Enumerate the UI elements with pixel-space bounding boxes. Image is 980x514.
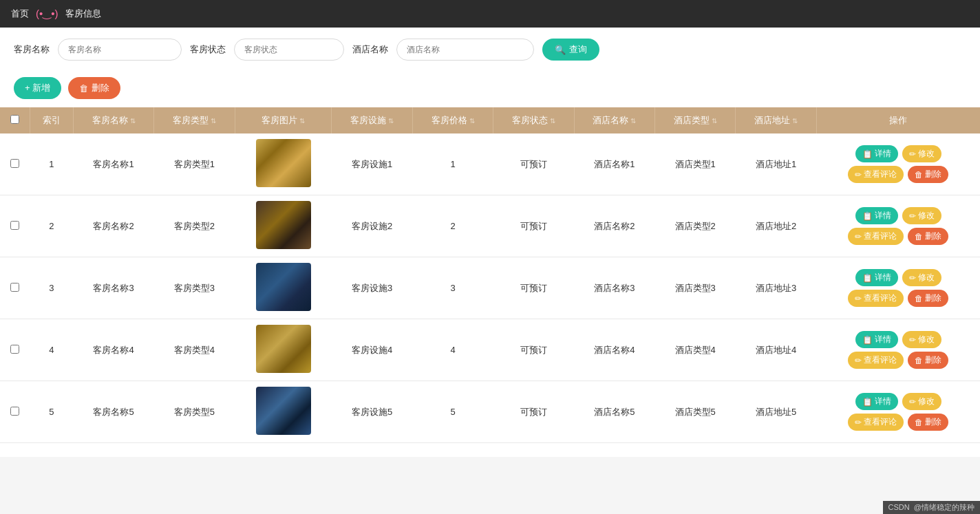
detail-icon: 📋: [862, 335, 873, 345]
row-hotel-type: 酒店类型2: [654, 195, 735, 257]
detail-button[interactable]: 📋 详情: [855, 145, 898, 162]
row-hotel-name: 酒店名称3: [574, 257, 654, 319]
review-button[interactable]: ✏ 查看评论: [848, 166, 904, 183]
row-select-checkbox[interactable]: [10, 221, 19, 230]
search-button-label: 查询: [569, 43, 587, 56]
detail-icon: 📋: [862, 397, 873, 407]
row-index: 5: [30, 381, 73, 443]
room-table: 索引 客房名称⇅ 客房类型⇅ 客房图片⇅ 客房设施⇅ 客房价格⇅ 客房状态⇅ 酒…: [0, 107, 980, 443]
batch-delete-button[interactable]: 🗑 删除: [68, 77, 120, 99]
room-name-input[interactable]: [58, 39, 182, 61]
row-room-name: 客房名称1: [73, 133, 153, 195]
row-price: 3: [412, 257, 493, 319]
row-checkbox: [0, 257, 30, 319]
action-row-bottom: ✏ 查看评论 🗑 删除: [848, 166, 948, 183]
detail-button[interactable]: 📋 详情: [855, 207, 898, 224]
review-icon: ✏: [855, 356, 862, 365]
new-button[interactable]: + 新增: [14, 77, 61, 99]
room-status-label: 客房状态: [190, 43, 226, 56]
edit-button[interactable]: ✏ 修改: [902, 331, 941, 348]
detail-button[interactable]: 📋 详情: [855, 331, 898, 348]
delete-button[interactable]: 🗑 删除: [908, 166, 948, 183]
row-price: 1: [412, 133, 493, 195]
review-button[interactable]: ✏ 查看评论: [848, 352, 904, 369]
row-select-checkbox[interactable]: [10, 407, 19, 416]
room-status-input[interactable]: [234, 39, 344, 61]
room-image: [256, 387, 311, 435]
edit-button[interactable]: ✏ 修改: [902, 269, 941, 286]
room-image: [256, 325, 311, 373]
col-actions: 操作: [816, 107, 980, 133]
delete-button[interactable]: 🗑 删除: [908, 414, 948, 431]
row-select-checkbox[interactable]: [10, 283, 19, 292]
row-hotel-address: 酒店地址2: [736, 195, 816, 257]
row-room-type: 客房类型3: [154, 257, 235, 319]
action-row-top: 📋 详情 ✏ 修改: [855, 207, 941, 224]
review-icon: ✏: [855, 170, 862, 180]
action-group: 📋 详情 ✏ 修改 ✏ 查看评论 🗑 删除: [822, 207, 974, 245]
select-all-checkbox[interactable]: [10, 115, 19, 124]
trash-icon: 🗑: [915, 356, 923, 365]
row-room-name: 客房名称4: [73, 319, 153, 381]
row-hotel-address: 酒店地址1: [736, 133, 816, 195]
detail-button[interactable]: 📋 详情: [855, 269, 898, 286]
edit-icon: ✏: [909, 335, 916, 345]
review-button[interactable]: ✏ 查看评论: [848, 290, 904, 307]
row-hotel-address: 酒店地址3: [736, 257, 816, 319]
row-room-name: 客房名称5: [73, 381, 153, 443]
row-hotel-type: 酒店类型1: [654, 133, 735, 195]
header-logo: (•‿•): [36, 8, 58, 20]
row-actions: 📋 详情 ✏ 修改 ✏ 查看评论 🗑 删除: [816, 133, 980, 195]
checkbox-header: [0, 107, 30, 133]
edit-button[interactable]: ✏ 修改: [902, 393, 941, 410]
row-facilities: 客房设施4: [332, 319, 412, 381]
row-index: 3: [30, 257, 73, 319]
col-facilities: 客房设施⇅: [332, 107, 412, 133]
delete-button[interactable]: 🗑 删除: [908, 228, 948, 245]
row-room-type: 客房类型1: [154, 133, 235, 195]
header: 首页 (•‿•) 客房信息: [0, 0, 980, 28]
row-facilities: 客房设施1: [332, 133, 412, 195]
row-hotel-type: 酒店类型4: [654, 319, 735, 381]
row-room-type: 客房类型4: [154, 319, 235, 381]
search-button[interactable]: 🔍 查询: [542, 39, 599, 61]
col-hotel-address: 酒店地址⇅: [736, 107, 816, 133]
row-hotel-address: 酒店地址4: [736, 319, 816, 381]
col-index: 索引: [30, 107, 73, 133]
row-checkbox: [0, 381, 30, 443]
row-status: 可预订: [493, 381, 574, 443]
row-price: 4: [412, 319, 493, 381]
header-home-link[interactable]: 首页: [11, 8, 29, 20]
table-row: 3 客房名称3 客房类型3 客房设施3 3 可预订 酒店名称3 酒店类型3 酒店…: [0, 257, 980, 319]
row-select-checkbox[interactable]: [10, 159, 19, 168]
review-button[interactable]: ✏ 查看评论: [848, 414, 904, 431]
action-row-bottom: ✏ 查看评论 🗑 删除: [848, 352, 948, 369]
delete-button[interactable]: 🗑 删除: [908, 352, 948, 369]
header-title: 客房信息: [65, 8, 101, 20]
action-group: 📋 详情 ✏ 修改 ✏ 查看评论 🗑 删除: [822, 145, 974, 183]
row-status: 可预订: [493, 257, 574, 319]
col-hotel-type: 酒店类型⇅: [654, 107, 735, 133]
row-actions: 📋 详情 ✏ 修改 ✏ 查看评论 🗑 删除: [816, 319, 980, 381]
trash-icon: 🗑: [915, 294, 923, 303]
row-room-name: 客房名称3: [73, 257, 153, 319]
row-facilities: 客房设施5: [332, 381, 412, 443]
action-row-top: 📋 详情 ✏ 修改: [855, 331, 941, 348]
action-bar: + 新增 🗑 删除: [0, 72, 980, 107]
delete-button[interactable]: 🗑 删除: [908, 290, 948, 307]
hotel-name-input[interactable]: [396, 39, 534, 61]
row-facilities: 客房设施3: [332, 257, 412, 319]
edit-button[interactable]: ✏ 修改: [902, 145, 941, 162]
action-row-top: 📋 详情 ✏ 修改: [855, 393, 941, 410]
row-hotel-name: 酒店名称4: [574, 319, 654, 381]
row-room-img: [235, 381, 332, 443]
table-row: 5 客房名称5 客房类型5 客房设施5 5 可预订 酒店名称5 酒店类型5 酒店…: [0, 381, 980, 443]
review-icon: ✏: [855, 294, 862, 303]
table-row: 1 客房名称1 客房类型1 客房设施1 1 可预订 酒店名称1 酒店类型1 酒店…: [0, 133, 980, 195]
row-room-img: [235, 319, 332, 381]
review-button[interactable]: ✏ 查看评论: [848, 228, 904, 245]
detail-button[interactable]: 📋 详情: [855, 393, 898, 410]
row-select-checkbox[interactable]: [10, 345, 19, 354]
edit-button[interactable]: ✏ 修改: [902, 207, 941, 224]
table-row: 2 客房名称2 客房类型2 客房设施2 2 可预订 酒店名称2 酒店类型2 酒店…: [0, 195, 980, 257]
